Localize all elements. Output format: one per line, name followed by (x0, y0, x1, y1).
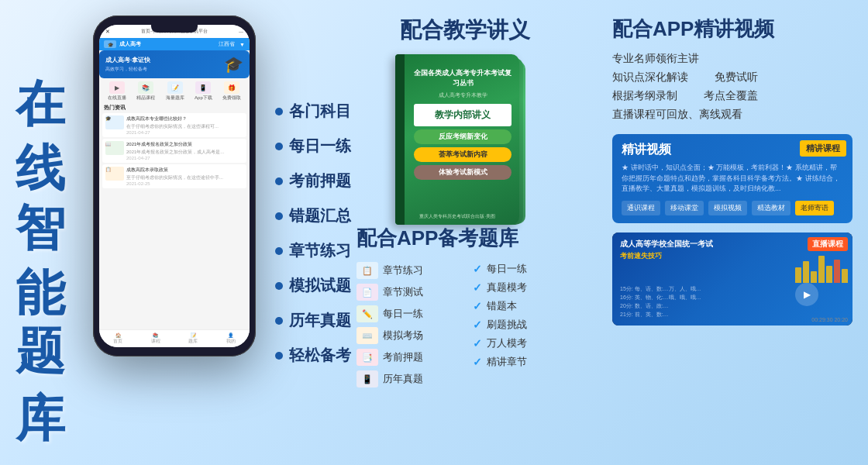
prep-left-3: ✏️ 每日一练 (356, 303, 457, 325)
prep-right-2: ✓ 真题模考 (473, 278, 574, 297)
main-title: 在 线 智 能 题 库 (16, 39, 65, 352)
phone-bottom-bar: 🏠首页 📚课程 📝题库 👤我的 (99, 329, 250, 347)
live-tag: 直播课程 (808, 237, 848, 251)
phone-nav-bar: 🎓 成人高考 江西省 ▼ (99, 38, 250, 50)
video-card-buttons: 通识课程 移动课堂 模拟视频 精选教材 老师寄语 (622, 201, 843, 215)
book-tag-3: 体验考试新模式 (414, 165, 512, 180)
phone-banner-text: 成人高考·拿证快 (105, 56, 150, 64)
live-text-rows: 15分: 每、语、数:…万、人、哦… 16分: 英、物、化:…哦、哦、哦… 20… (620, 284, 783, 319)
book-tag-2: 荟萃考试新内容 (414, 147, 512, 162)
live-card-subtitle: 考前速失技巧 (620, 251, 783, 261)
phone-screen: ✕ 首页-学习测试政策也是手机平台 ⋯ 🎓 成人高考 江西省 ▼ 成人高考·拿证… (99, 25, 250, 347)
prep-left-4: ⌨️ 模拟考场 (356, 325, 457, 346)
right-feat-3: 根据考纲录制 考点全覆盖 (612, 89, 852, 103)
phone-notch (151, 25, 198, 33)
prep-left-1: 📋 章节练习 (356, 260, 457, 281)
prep-left-5: 📑 考前押题 (356, 346, 457, 368)
phone-news-section: 热门资讯 🎓 成教高院本专业哪些比较好？ 在于仔细考虑你的实际情况，在这些课程可… (99, 104, 250, 188)
prep-right-5: ✓ 万人模考 (473, 334, 574, 353)
live-card: 成人高等学校全国统一考试 考前速失技巧 15分: 每、语、数:…万、人、哦… 1… (612, 232, 852, 326)
video-btn-5[interactable]: 老师寄语 (795, 201, 834, 215)
video-card-tag: 精讲课程 (800, 140, 846, 157)
phone-news-item-3: 📋 成教高院本录取政策 至于仔细考虑你的实际情况，在这些途径中手... 2021… (102, 164, 246, 188)
feature-dot (275, 108, 283, 115)
prep-right-6: ✓ 精讲章节 (473, 353, 574, 371)
feature-item-3: 考前押题 (275, 170, 351, 191)
app-prep-section: 配合APP备考题库 📋 章节练习 📄 章节测试 ✏️ 每日一练 ⌨️ 模拟考场 … (356, 225, 574, 390)
live-play-button[interactable]: ▶ (795, 283, 818, 306)
phone-banner: 成人高考·拿证快 高效学习，轻松备考 🎓 (99, 50, 250, 78)
phone-news-item-1: 🎓 成教高院本专业哪些比较好？ 在于仔细考虑你的实际情况，在这些课程可... 2… (102, 113, 246, 137)
book-tag-1: 反应考纲新变化 (414, 129, 512, 144)
phone-mockup: ✕ 首页-学习测试政策也是手机平台 ⋯ 🎓 成人高考 江西省 ▼ 成人高考·拿证… (93, 16, 264, 364)
right-feat-2: 知识点深化解读 免费试听 (612, 71, 852, 84)
feature-item-7: 历年真题 (275, 310, 351, 331)
book-cover: 全国各类成人高考专升本考试复习丛书 成人高考专升本教学 教学内部讲义 反应考纲新… (395, 54, 519, 225)
right-feat-4: 直播课程可回放、离线观看 (612, 108, 852, 122)
video-btn-1[interactable]: 通识课程 (622, 201, 660, 215)
video-btn-2[interactable]: 移动课堂 (665, 201, 704, 215)
feature-item-1: 各门科目 (275, 101, 351, 122)
prep-left-col: 📋 章节练习 📄 章节测试 ✏️ 每日一练 ⌨️ 模拟考场 📑 考前押题 📱 (356, 260, 457, 390)
features-list: 各门科目 每日一练 考前押题 错题汇总 章节练习 模拟试题 历年真题 轻松备考 (275, 101, 351, 380)
feature-item-8: 轻松备考 (275, 345, 351, 366)
live-timestamp: 00:29:30 20:20 (811, 317, 848, 322)
prep-right-4: ✓ 刷题挑战 (473, 315, 574, 334)
right-features: 专业名师领衔主讲 知识点深化解读 免费试听 根据考纲录制 考点全覆盖 直播课程可… (612, 52, 852, 122)
feature-item-5: 章节练习 (275, 240, 351, 261)
prep-right-3: ✓ 错题本 (473, 297, 574, 315)
video-btn-3[interactable]: 模拟视频 (708, 201, 747, 215)
phone-news-title: 热门资讯 (102, 104, 246, 112)
phone-menu-row: ▶ 在线直播 📚 精品课程 📝 海量题库 📱 App下载 🎁 免费领 (102, 81, 246, 102)
phone-location: 江西省 (219, 40, 235, 48)
textbook-book: 全国各类成人高考专升本考试复习丛书 成人高考专升本教学 教学内部讲义 反应考纲新… (395, 54, 535, 240)
live-card-title: 成人高等学校全国统一考试 (620, 239, 783, 250)
prep-left-6: 📱 历年真题 (356, 368, 457, 390)
book-main-title: 教学内部讲义 (414, 104, 512, 126)
phone-news-item-2: 📖 2021年成考报名政策之加分政策 2021年成考报名政策之加分政策，成人高考… (102, 139, 246, 163)
video-btn-4[interactable]: 精选教材 (752, 201, 790, 215)
feature-item-4: 错题汇总 (275, 205, 351, 226)
app-prep-title: 配合APP备考题库 (356, 225, 574, 252)
right-section-title: 配合APP精讲视频 (612, 16, 852, 43)
prep-grid: 📋 章节练习 📄 章节测试 ✏️ 每日一练 ⌨️ 模拟考场 📑 考前押题 📱 (356, 260, 574, 390)
live-chart (795, 252, 848, 283)
textbook-section-title: 配合教学讲义 (356, 16, 574, 45)
prep-left-2: 📄 章节测试 (356, 281, 457, 303)
textbook-section: 配合教学讲义 全国各类成人高考专升本考试复习丛书 成人高考专升本教学 教学内部讲… (356, 16, 574, 240)
feature-item-2: 每日一练 (275, 136, 351, 157)
right-feat-1: 专业名师领衔主讲 (612, 52, 852, 66)
video-card: 精讲视频 精讲课程 ★ 讲时话中，知识点全面；★ 万能模板，考前利器！★ 系统精… (612, 134, 852, 223)
right-section: 配合APP精讲视频 专业名师领衔主讲 知识点深化解读 免费试听 根据考纲录制 考… (612, 16, 852, 326)
prep-right-1: ✓ 每日一练 (473, 260, 574, 278)
book-publisher: 重庆人类专科历史考试联合出版·美图 (395, 213, 519, 220)
phone-nav-title: 成人高考 (119, 40, 141, 48)
feature-item-6: 模拟试题 (275, 275, 351, 296)
video-card-desc: ★ 讲时话中，知识点全面；★ 万能模板，考前利器！★ 系统精讲，帮你把握历年命题… (622, 163, 843, 195)
prep-right-col: ✓ 每日一练 ✓ 真题模考 ✓ 错题本 ✓ 刷题挑战 ✓ 万人模考 ✓ 精讲章节 (473, 260, 574, 390)
